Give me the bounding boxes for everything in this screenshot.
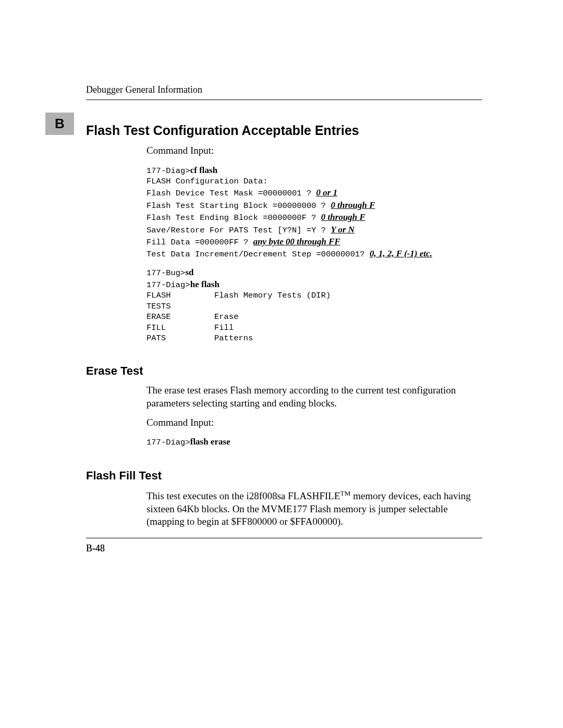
acceptable-entry: 0, 1, 2, F (-1) etc. <box>370 249 432 258</box>
table-cell: Flash Memory Tests (DIR) <box>214 291 331 300</box>
output-line: Save/Restore For PATS Test [Y?N] =Y ? <box>146 226 331 235</box>
output-line: Fill Data =000000FF ? <box>146 238 253 247</box>
page-content: Debugger General Information Flash Test … <box>86 84 482 528</box>
acceptable-entry: any byte 00 through FF <box>253 237 340 246</box>
paragraph: The erase test erases Flash memory accor… <box>146 384 482 410</box>
footer-rule <box>86 538 482 538</box>
running-head: Debugger General Information <box>86 84 482 100</box>
page-number: B-48 <box>86 543 105 554</box>
typed-command: sd <box>185 267 193 277</box>
table-cell: ERASE <box>146 312 214 322</box>
command-input-label: Command Input: <box>146 144 482 157</box>
acceptable-entry: 0 or 1 <box>316 188 338 198</box>
output-line: Flash Device Test Mask =00000001 ? <box>146 189 316 198</box>
trademark-superscript: TM <box>340 489 351 497</box>
output-line: Test Data Increment/Decrement Step =0000… <box>146 250 370 259</box>
output-line: Flash Test Ending Block =0000000F ? <box>146 213 321 223</box>
typed-command: flash erase <box>190 437 230 447</box>
acceptable-entry: Y or N <box>331 225 354 235</box>
paragraph: This test executes on the i28f008sa FLAS… <box>146 489 482 528</box>
terminal-block-erase: 177-Diag>flash erase <box>146 436 482 448</box>
output-line: FLASH Configuration Data: <box>146 177 482 187</box>
table-cell: Erase <box>214 312 239 322</box>
appendix-tab: B <box>45 113 74 135</box>
output-line: Flash Test Starting Block =00000000 ? <box>146 201 331 211</box>
prompt: 177-Diag> <box>146 438 190 447</box>
table-cell: FILL <box>146 323 214 333</box>
section-title-fill-test: Flash Fill Test <box>86 469 482 483</box>
prompt: 177-Diag> <box>146 166 190 176</box>
acceptable-entry: 0 through F <box>321 212 365 222</box>
section-title-erase-test: Erase Test <box>86 364 482 378</box>
table-cell: TESTS <box>146 302 214 312</box>
table-cell: Patterns <box>214 334 253 343</box>
section-title-flash-config: Flash Test Configuration Acceptable Entr… <box>86 123 482 138</box>
text-run: This test executes on the i28f008sa FLAS… <box>146 490 340 501</box>
prompt: 177-Diag> <box>146 280 190 290</box>
prompt: 177-Bug> <box>146 268 185 278</box>
typed-command: he flash <box>190 279 219 289</box>
command-input-label: Command Input: <box>146 416 482 429</box>
terminal-block-config: 177-Diag>cf flash FLASH Configuration Da… <box>146 165 482 344</box>
table-cell: FLASH <box>146 291 214 301</box>
table-cell: Fill <box>214 323 234 332</box>
acceptable-entry: 0 through F <box>331 200 375 210</box>
typed-command: cf flash <box>190 165 217 175</box>
table-cell: PATS <box>146 334 214 343</box>
